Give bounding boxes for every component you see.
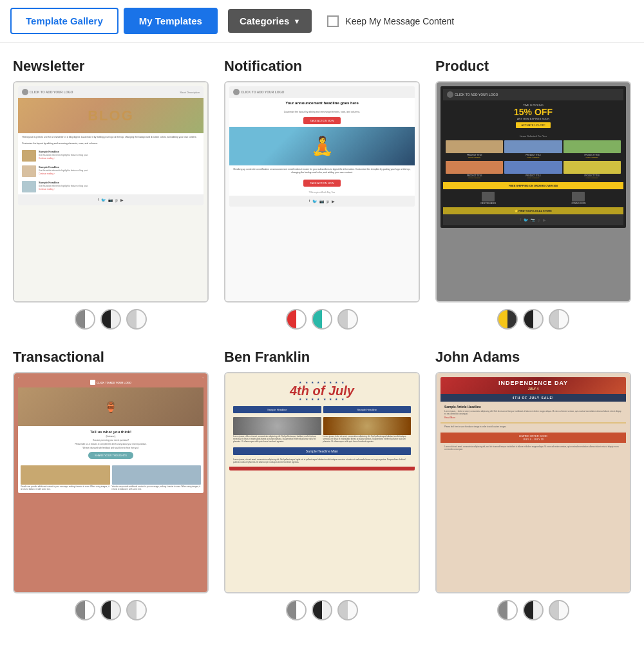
transactional-share-btn[interactable]: SHARE YOUR THOUGHTS <box>88 452 133 459</box>
product-social-facebook-icon: f <box>520 218 522 222</box>
social-twitter-icon: 🐦 <box>101 198 106 202</box>
johnadams-read-more[interactable]: Read More <box>444 416 622 419</box>
johnadams-swatch-1[interactable] <box>497 600 518 620</box>
johnadams-swatch-2[interactable] <box>523 600 544 620</box>
benfranklin-content: Lorem ipsum, dolor sit amet, consectetur… <box>229 415 415 445</box>
product-card[interactable]: CLICK TO ADD YOUR LOGO TIME IS TICKING 1… <box>435 81 631 303</box>
notification-email-preview: CLICK TO ADD YOUR LOGO Your announcement… <box>229 86 415 207</box>
newsletter-swatch-2[interactable] <box>100 309 121 330</box>
product-img-5 <box>504 161 562 174</box>
newsletter-short-desc: Short Description <box>180 91 200 94</box>
benfranklin-col-2: Lorem ipsum, dolor sit amet, consectetur… <box>323 417 412 443</box>
newsletter-swatch-1[interactable] <box>75 309 95 330</box>
chevron-down-icon: ▼ <box>293 17 300 25</box>
newsletter-card[interactable]: CLICK TO ADD YOUR LOGO Short Description… <box>13 81 209 303</box>
transactional-card[interactable]: CLICK TO ADD YOUR LOGO 🏺 Tell us what yo… <box>13 372 209 593</box>
transactional-hero-emoji: 🏺 <box>104 401 117 413</box>
product-link-1[interactable]: Check Availability <box>446 156 503 158</box>
transactional-body: Tell us what you think! {firstname}, How… <box>18 426 204 463</box>
notif-social-facebook-icon: f <box>309 199 310 203</box>
benfranklin-red-bar <box>229 467 415 470</box>
johnadams-article-text: Lorem ipsum, - dolor sit amet, consectet… <box>444 410 622 415</box>
keep-message-label[interactable]: Keep My Message Content <box>327 15 454 27</box>
social-facebook-icon: f <box>98 198 99 202</box>
product-img-1 <box>446 140 503 153</box>
transactional-article-2: Visuals can provide additional context t… <box>112 465 202 490</box>
tab-gallery-button[interactable]: Template Gallery <box>10 8 118 34</box>
benfranklin-card[interactable]: ★ ★ ★ ★ ★ ★ ★ ★ 4th of July ★ ★ ★ ★ ★ ★ … <box>224 372 420 593</box>
newsletter-title: Newsletter <box>13 58 209 75</box>
johnadams-independence-text: INDEPENDENCE DAY <box>444 380 623 387</box>
benfranklin-swatch-3[interactable] <box>337 600 358 620</box>
notification-cta-btn-2[interactable]: TAKE ACTION NOW <box>303 180 340 187</box>
transactional-logo-row: CLICK TO ADD YOUR LOGO <box>90 380 131 385</box>
templates-grid: Newsletter CLICK TO ADD YOUR LOGO Short … <box>13 58 631 620</box>
product-link-2[interactable]: Check Availability <box>504 156 562 158</box>
transactional-text-2: Please take a 2-5 minutes to complete th… <box>22 443 200 445</box>
product-item-5: PRODUCT TITLE Check Availability <box>504 161 562 179</box>
notification-swatch-1[interactable] <box>286 309 307 330</box>
tab-my-templates-button[interactable]: My Templates <box>124 8 218 34</box>
product-new-releases: NEW RELEASES COMING SOON <box>443 189 623 207</box>
product-link-5[interactable]: Check Availability <box>504 177 562 179</box>
notification-footer: f 🐦 📷 𝕡 ▶ <box>229 196 415 207</box>
johnadams-custom-text: Please feel free to save the above image… <box>440 424 626 430</box>
product-new-releases-icon <box>482 192 495 201</box>
product-link-6[interactable]: Check Availability <box>564 177 621 179</box>
notification-person-illustration: 🧘 <box>311 135 334 156</box>
transactional-swatch-2[interactable] <box>100 600 121 620</box>
template-section-notification: Notification CLICK TO ADD YOUR LOGO Your… <box>224 58 420 330</box>
notification-cta-btn-1[interactable]: TAKE ACTION NOW <box>303 117 340 124</box>
benfranklin-sample-btn-1[interactable]: Sample Headline <box>233 406 321 413</box>
product-link-4[interactable]: Check Availability <box>446 177 503 179</box>
product-link-3[interactable]: Check Availability <box>564 156 621 158</box>
product-item-1: PRODUCT TITLE Check Availability <box>446 140 503 158</box>
categories-button[interactable]: Categories ▼ <box>228 9 312 33</box>
categories-label: Categories <box>240 15 290 26</box>
newsletter-article-2: Sample Headline Use this article element… <box>18 163 204 179</box>
product-email-header: CLICK TO ADD YOUR LOGO <box>443 89 623 100</box>
product-activate-btn[interactable]: ACTIVATE 15% OFF <box>516 122 550 128</box>
product-percent-off: 15% OFF <box>446 107 620 117</box>
notification-swatch-2[interactable] <box>312 309 332 330</box>
product-title: Product <box>435 58 631 75</box>
newsletter-continue-3: Continue reading › <box>39 188 200 191</box>
benfranklin-buttons: Sample Headline Sample Headline <box>229 404 415 415</box>
keep-message-text: Keep My Message Content <box>345 16 454 26</box>
johnadams-date: JULY 4 <box>444 387 623 391</box>
product-shipping-banner: FREE SHIPPING ON ORDERS OVER $50 <box>443 182 623 189</box>
transactional-article-img-1 <box>21 465 110 485</box>
transactional-hero-img: 🏺 <box>18 387 204 426</box>
product-logo-text: CLICK TO ADD YOUR LOGO <box>455 93 498 97</box>
product-swatch-3[interactable] <box>549 309 569 330</box>
newsletter-footer: f 🐦 📷 𝕡 ▶ <box>18 194 204 205</box>
benfranklin-swatch-1[interactable] <box>286 600 307 620</box>
newsletter-email-header: CLICK TO ADD YOUR LOGO Short Description <box>18 86 204 98</box>
product-item-3: PRODUCT TITLE Check Availability <box>564 140 621 158</box>
notification-swatch-3[interactable] <box>337 309 358 330</box>
benfranklin-col-text-1: Lorem ipsum, dolor sit amet, consectetur… <box>233 435 321 443</box>
benfranklin-swatch-2[interactable] <box>312 600 332 620</box>
johnadams-card[interactable]: INDEPENDENCE DAY JULY 4 4TH OF JULY SALE… <box>435 372 631 593</box>
notification-body-text: Breaking up content in a notification or… <box>229 165 415 177</box>
keep-message-checkbox[interactable] <box>327 15 339 27</box>
main-content: Newsletter CLICK TO ADD YOUR LOGO Short … <box>0 42 644 636</box>
product-new-releases-item: NEW RELEASES <box>481 192 497 205</box>
notification-card[interactable]: CLICK TO ADD YOUR LOGO Your announcement… <box>224 81 420 303</box>
johnadams-swatches <box>435 600 631 620</box>
product-swatch-2[interactable] <box>523 309 544 330</box>
johnadams-swatch-3[interactable] <box>549 600 569 620</box>
product-item-6: PRODUCT TITLE Check Availability <box>564 161 621 179</box>
product-img-6 <box>564 161 621 174</box>
product-swatch-1[interactable] <box>497 309 518 330</box>
transactional-swatch-1[interactable] <box>75 600 95 620</box>
transactional-article-text-1: Visuals can provide additional context t… <box>21 485 110 490</box>
benfranklin-sample-btn-2[interactable]: Sample Headline <box>323 406 412 413</box>
template-section-product: Product CLICK TO ADD YOUR LOGO TIME IS T… <box>435 58 631 330</box>
benfranklin-swatches <box>224 600 420 620</box>
newsletter-swatch-3[interactable] <box>126 309 147 330</box>
transactional-swatch-3[interactable] <box>126 600 147 620</box>
benfranklin-footer-text: Lorem ipsum, olor sit amet, consectetur … <box>229 457 415 465</box>
newsletter-article-title-1: Sample Headline <box>39 150 200 153</box>
newsletter-continue-2: Continue reading › <box>39 172 200 175</box>
